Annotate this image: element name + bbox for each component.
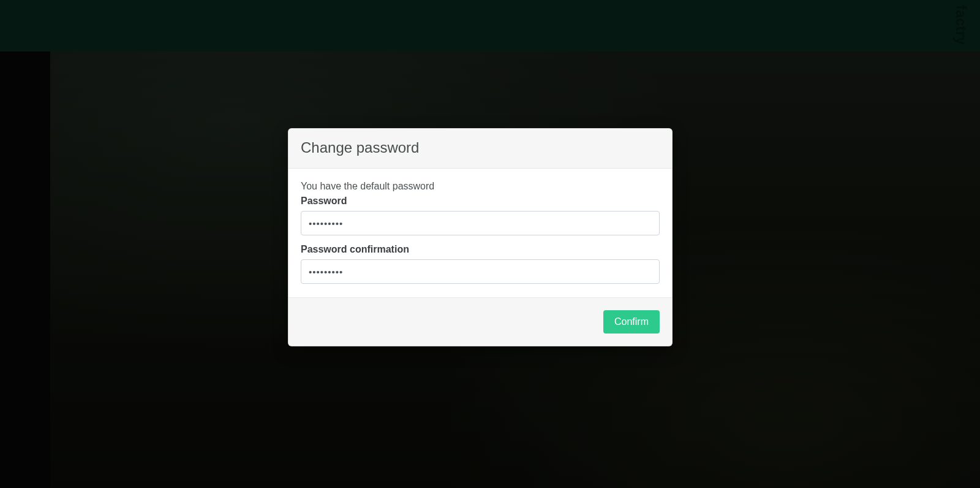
modal-header: Change password — [288, 129, 672, 169]
change-password-modal: Change password You have the default pas… — [288, 128, 673, 346]
password-group: Password — [301, 196, 660, 235]
password-confirmation-label: Password confirmation — [301, 244, 660, 255]
password-confirmation-input[interactable] — [301, 259, 660, 284]
password-confirmation-group: Password confirmation — [301, 244, 660, 284]
app-root: factry Change password You have the defa… — [0, 0, 980, 488]
password-label: Password — [301, 196, 660, 207]
modal-body: You have the default password Password P… — [288, 169, 672, 297]
modal-title: Change password — [301, 139, 660, 156]
modal-footer: Confirm — [288, 297, 672, 346]
password-input[interactable] — [301, 211, 660, 235]
confirm-button[interactable]: Confirm — [603, 310, 660, 334]
modal-subtext: You have the default password — [301, 181, 660, 192]
